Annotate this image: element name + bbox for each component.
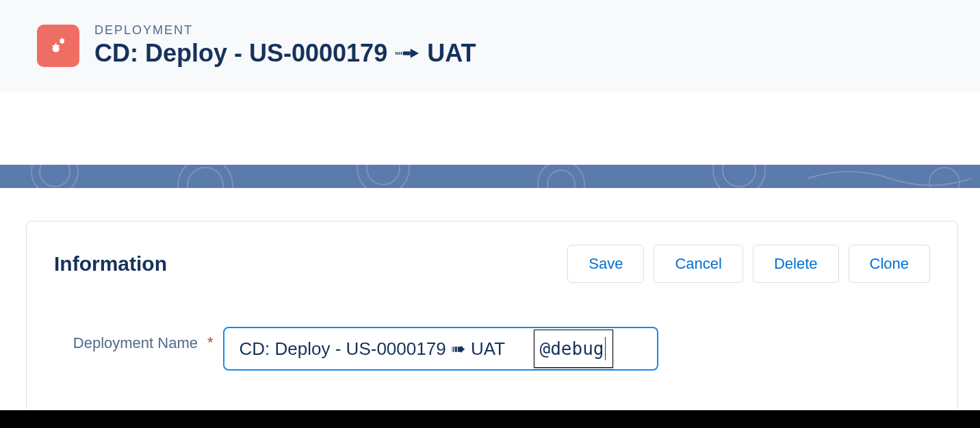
main-area: Information Save Cancel Delete Clone Dep… [0,188,980,412]
clone-button[interactable]: Clone [849,245,930,283]
cancel-button[interactable]: Cancel [654,245,743,283]
action-buttons: Save Cancel Delete Clone [567,245,930,283]
page-title-suffix: UAT [427,39,476,68]
arrow-right-icon [396,46,419,60]
blank-card [55,92,493,165]
record-type-label: DEPLOYMENT [94,23,476,38]
decorative-strip [0,165,980,188]
svg-rect-8 [0,165,980,188]
page-title-prefix: CD: Deploy - US-0000179 [94,39,387,68]
header-gap [0,92,980,165]
card-header-row: Information Save Cancel Delete Clone [54,245,930,283]
required-marker: * [207,327,214,351]
section-title: Information [54,252,167,276]
bottom-bar [0,410,980,428]
deployment-name-row: Deployment Name * @debug [54,327,930,371]
svg-rect-6 [403,51,411,55]
information-card: Information Save Cancel Delete Clone Dep… [26,221,958,412]
svg-marker-7 [411,49,419,58]
page-title: CD: Deploy - US-0000179 UAT [94,39,476,68]
svg-rect-4 [400,52,400,55]
page-header: DEPLOYMENT CD: Deploy - US-0000179 UAT [0,0,980,92]
deployment-name-label: Deployment Name [54,327,198,353]
deployment-icon [37,25,79,67]
svg-rect-3 [398,52,398,55]
svg-rect-5 [401,52,402,55]
save-button[interactable]: Save [567,245,644,283]
inline-suggest-box[interactable]: @debug [534,330,614,368]
header-text: DEPLOYMENT CD: Deploy - US-0000179 UAT [94,23,476,68]
svg-rect-2 [396,52,396,55]
delete-button[interactable]: Delete [753,245,839,283]
deployment-name-input-wrap: @debug [223,327,658,371]
